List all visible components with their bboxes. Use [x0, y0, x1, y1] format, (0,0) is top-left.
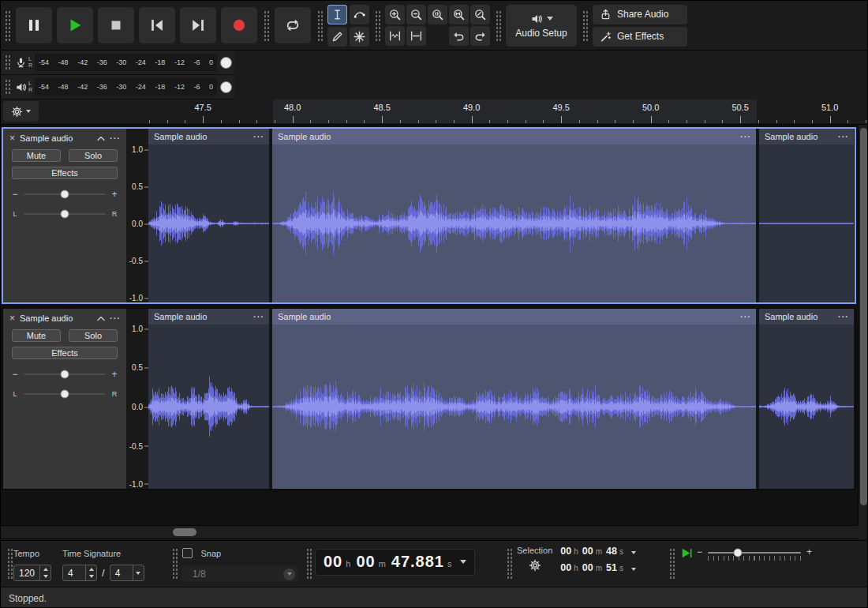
zoom-to-selection-button[interactable] — [428, 5, 447, 24]
pause-button[interactable] — [16, 7, 52, 43]
time-signature-lower-select[interactable]: 4 — [110, 565, 144, 581]
track-title[interactable]: Sample audio — [20, 313, 94, 323]
track-menu-button[interactable]: ··· — [108, 313, 122, 323]
clip-menu-button[interactable]: ··· — [249, 132, 269, 141]
share-audio-button[interactable]: Share Audio — [593, 5, 687, 24]
clip-menu-button[interactable]: ··· — [249, 312, 269, 321]
gain-slider-track[interactable] — [24, 373, 106, 375]
timeline-ruler[interactable]: 47.548.048.549.049.550.050.551.0 — [149, 99, 867, 123]
toolbar-grip[interactable] — [506, 547, 512, 579]
audio-clip[interactable]: Sample audio ··· — [148, 129, 269, 302]
waveform[interactable] — [759, 325, 854, 489]
toolbar-grip[interactable] — [305, 547, 312, 579]
play-button[interactable] — [57, 7, 93, 43]
trim-audio-button[interactable] — [385, 26, 405, 46]
gain-slider-knob[interactable] — [61, 370, 69, 379]
tempo-steppers[interactable] — [39, 565, 51, 580]
toolbar-grip[interactable] — [6, 547, 13, 579]
vertical-scrollbar[interactable] — [858, 125, 868, 525]
clip-header[interactable]: Sample audio ··· — [272, 309, 756, 325]
horizontal-scrollbar-thumb[interactable] — [173, 528, 196, 536]
effects-button[interactable]: Effects — [12, 347, 118, 359]
toolbar-grip[interactable] — [582, 9, 588, 41]
collapse-track-icon[interactable] — [97, 316, 105, 321]
snap-checkbox[interactable] — [182, 548, 193, 558]
pan-slider-knob[interactable] — [61, 390, 69, 399]
recording-meter[interactable]: LR -54-48-42-36-30-24-18-12-60 — [1, 51, 234, 75]
clip-header[interactable]: Sample audio ··· — [272, 129, 756, 144]
clip-menu-button[interactable]: ··· — [833, 132, 854, 141]
close-track-button[interactable]: × — [7, 313, 17, 324]
zoom-toggle-button[interactable] — [470, 5, 490, 24]
speed-slider-track[interactable] — [708, 552, 801, 554]
toolbar-grip[interactable] — [4, 9, 10, 41]
track-menu-button[interactable]: ··· — [108, 133, 122, 143]
pan-slider-knob[interactable] — [61, 210, 69, 219]
waveform[interactable] — [272, 325, 756, 489]
time-signature-upper-input[interactable]: 4 — [62, 565, 97, 581]
audio-clip-selected[interactable]: Sample audio ··· — [272, 129, 756, 302]
selection-options-gear-icon[interactable] — [529, 559, 541, 572]
chevron-down-icon[interactable] — [631, 551, 636, 554]
collapse-track-icon[interactable] — [97, 136, 105, 141]
clip-menu-button[interactable]: ··· — [833, 312, 854, 321]
clip-header[interactable]: Sample audio ··· — [759, 309, 854, 325]
clip-header[interactable]: Sample audio ··· — [759, 129, 854, 144]
pan-slider[interactable]: L R — [3, 388, 126, 400]
waveform[interactable] — [272, 144, 756, 302]
pan-slider-track[interactable] — [24, 213, 106, 215]
recording-level-knob[interactable] — [220, 57, 232, 69]
waveform[interactable] — [759, 144, 854, 302]
chevron-down-icon[interactable] — [631, 568, 636, 571]
waveform[interactable] — [148, 144, 269, 302]
undo-button[interactable] — [449, 26, 469, 46]
playback-level-knob[interactable] — [220, 81, 232, 93]
redo-button[interactable] — [470, 26, 490, 46]
toolbar-grip[interactable] — [374, 9, 380, 41]
solo-button[interactable]: Solo — [69, 329, 118, 342]
clip-menu-button[interactable]: ··· — [735, 132, 756, 141]
toolbar-grip[interactable] — [263, 9, 269, 41]
draw-tool-button[interactable] — [327, 27, 347, 47]
pan-slider-track[interactable] — [24, 393, 106, 395]
vertical-scale-ruler[interactable]: 1.0 0.5 0.0 -0.5 -1.0 — [126, 129, 148, 302]
skip-to-start-button[interactable] — [139, 7, 175, 43]
time-signature-steppers[interactable] — [85, 565, 96, 580]
clip-header[interactable]: Sample audio ··· — [148, 129, 269, 144]
snap-mode-select[interactable]: 1/8 — [182, 566, 297, 582]
gain-slider[interactable]: − + — [3, 188, 126, 201]
gain-slider-track[interactable] — [24, 193, 106, 195]
audio-position-display[interactable]: 00h 00m 47.881s — [315, 549, 475, 576]
vertical-scale-ruler[interactable]: 1.0 0.5 0.0 -0.5 -1.0 — [126, 309, 148, 489]
speed-slider-knob[interactable] — [734, 549, 743, 557]
play-at-speed-button[interactable] — [678, 546, 694, 560]
envelope-tool-button[interactable] — [350, 5, 369, 24]
loop-button[interactable] — [275, 7, 311, 43]
zoom-out-button[interactable] — [406, 5, 426, 24]
toolbar-grip[interactable] — [668, 547, 675, 579]
silence-audio-button[interactable] — [406, 26, 426, 46]
toolbar-grip[interactable] — [171, 547, 178, 579]
skip-to-end-button[interactable] — [180, 7, 216, 43]
zoom-to-fit-button[interactable] — [449, 5, 469, 24]
effects-button[interactable]: Effects — [12, 167, 118, 179]
audio-setup-button[interactable]: Audio Setup — [506, 5, 577, 47]
gain-slider-knob[interactable] — [61, 190, 69, 199]
solo-button[interactable]: Solo — [69, 149, 118, 162]
pan-slider[interactable]: L R — [3, 208, 126, 220]
close-track-button[interactable]: × — [7, 133, 17, 144]
audio-clip[interactable]: Sample audio ··· — [759, 309, 854, 489]
stop-button[interactable] — [98, 7, 134, 43]
audio-clip-selected[interactable]: Sample audio ··· — [272, 309, 756, 489]
waveform[interactable] — [148, 325, 269, 489]
track-title[interactable]: Sample audio — [20, 133, 94, 143]
horizontal-scrollbar[interactable] — [1, 525, 858, 539]
time-format-chevron-icon[interactable] — [460, 560, 466, 564]
playback-meter[interactable]: LR -54-48-42-36-30-24-18-12-60 — [1, 75, 234, 99]
toolbar-grip[interactable] — [4, 54, 10, 71]
selection-tool-button[interactable] — [327, 5, 347, 24]
multi-tool-button[interactable] — [350, 27, 369, 47]
timeline-options-button[interactable] — [3, 101, 39, 122]
audio-clip[interactable]: Sample audio ··· — [759, 129, 854, 302]
selection-start-display[interactable]: 00h 00m 48s — [560, 546, 636, 560]
